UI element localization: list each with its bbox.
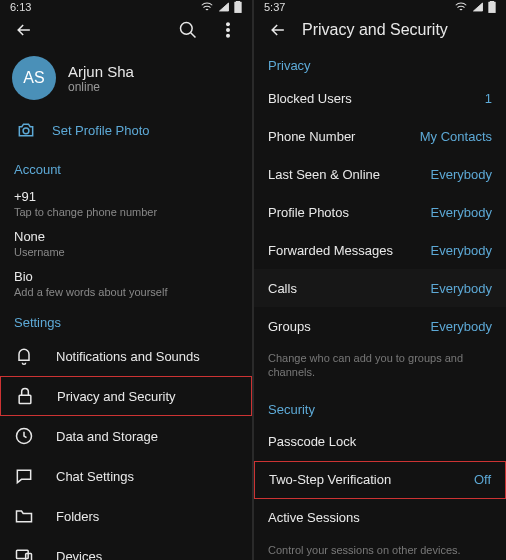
back-arrow-icon (14, 20, 34, 40)
section-settings: Settings (0, 303, 252, 336)
status-icons (454, 0, 496, 14)
top-bar (0, 14, 252, 46)
svg-point-3 (227, 23, 230, 26)
status-bar: 6:13 (0, 0, 252, 14)
devices-label: Devices (56, 549, 102, 561)
svg-point-4 (227, 29, 230, 32)
row-value: Everybody (431, 281, 492, 296)
data-storage-label: Data and Storage (56, 429, 158, 444)
search-button[interactable] (172, 14, 204, 46)
status-icons (200, 0, 242, 14)
avatar-initials: AS (23, 69, 44, 87)
section-privacy: Privacy (254, 46, 506, 79)
chat-settings-label: Chat Settings (56, 469, 134, 484)
folders-label: Folders (56, 509, 99, 524)
phone-hint: Tap to change phone number (14, 206, 157, 218)
notifications-label: Notifications and Sounds (56, 349, 200, 364)
row-value: Everybody (431, 205, 492, 220)
chat-icon (14, 466, 34, 486)
username: None (14, 229, 65, 244)
svg-rect-13 (491, 1, 494, 3)
section-account: Account (0, 150, 252, 183)
row-value: My Contacts (420, 129, 492, 144)
devices-row[interactable]: Devices (0, 536, 252, 560)
folder-icon (14, 506, 34, 526)
forwarded-messages-row[interactable]: Forwarded Messages Everybody (254, 231, 506, 269)
phone-number: +91 (14, 189, 157, 204)
search-icon (178, 20, 198, 40)
privacy-security-row[interactable]: Privacy and Security (0, 376, 252, 416)
screen-1: 6:13 AS Arjun Sha online Set Profile Pho… (0, 0, 252, 560)
username-row[interactable]: None Username (0, 223, 252, 263)
svg-rect-7 (19, 395, 31, 403)
phone-number-row[interactable]: +91 Tap to change phone number (0, 183, 252, 223)
row-label: Groups (268, 319, 311, 334)
row-label: Passcode Lock (268, 434, 356, 449)
row-value: Everybody (431, 319, 492, 334)
groups-row[interactable]: Groups Everybody (254, 307, 506, 345)
chat-settings-row[interactable]: Chat Settings (0, 456, 252, 496)
camera-icon (16, 120, 36, 140)
blocked-users-row[interactable]: Blocked Users 1 (254, 79, 506, 117)
phone-number-row[interactable]: Phone Number My Contacts (254, 117, 506, 155)
lock-icon (15, 386, 35, 406)
bio-row[interactable]: Bio Add a few words about yourself (0, 263, 252, 303)
bell-icon (14, 346, 34, 366)
signal-icon (472, 1, 484, 13)
time: 6:13 (10, 1, 31, 13)
time: 5:37 (264, 1, 285, 13)
wifi-icon (200, 0, 214, 14)
svg-rect-1 (237, 1, 240, 3)
two-step-row[interactable]: Two-Step Verification Off (254, 461, 506, 499)
row-label: Profile Photos (268, 205, 349, 220)
back-button[interactable] (8, 14, 40, 46)
more-icon (218, 20, 238, 40)
passcode-row[interactable]: Passcode Lock (254, 423, 506, 461)
username-hint: Username (14, 246, 65, 258)
data-storage-row[interactable]: Data and Storage (0, 416, 252, 456)
set-photo-label: Set Profile Photo (52, 123, 150, 138)
back-arrow-icon (268, 20, 288, 40)
row-label: Last Seen & Online (268, 167, 380, 182)
page-title: Privacy and Security (302, 21, 498, 39)
more-button[interactable] (212, 14, 244, 46)
storage-icon (14, 426, 34, 446)
notifications-row[interactable]: Notifications and Sounds (0, 336, 252, 376)
row-label: Forwarded Messages (268, 243, 393, 258)
signal-icon (218, 1, 230, 13)
section-security: Security (254, 390, 506, 423)
back-button[interactable] (262, 14, 294, 46)
folders-row[interactable]: Folders (0, 496, 252, 536)
profile-name: Arjun Sha (68, 63, 134, 80)
row-value: 1 (485, 91, 492, 106)
svg-rect-0 (235, 3, 241, 13)
row-label: Active Sessions (268, 510, 360, 525)
profile-status: online (68, 80, 134, 94)
row-label: Two-Step Verification (269, 472, 391, 487)
svg-point-2 (181, 23, 193, 35)
bio-hint: Add a few words about yourself (14, 286, 167, 298)
privacy-hint: Change who can add you to groups and cha… (254, 345, 506, 390)
devices-icon (14, 546, 34, 560)
avatar: AS (12, 56, 56, 100)
last-seen-row[interactable]: Last Seen & Online Everybody (254, 155, 506, 193)
row-label: Phone Number (268, 129, 355, 144)
privacy-label: Privacy and Security (57, 389, 176, 404)
security-hint: Control your sessions on other devices. (254, 537, 506, 560)
profile-photos-row[interactable]: Profile Photos Everybody (254, 193, 506, 231)
top-bar: Privacy and Security (254, 14, 506, 46)
svg-rect-9 (17, 550, 29, 558)
row-label: Blocked Users (268, 91, 352, 106)
row-value: Everybody (431, 243, 492, 258)
battery-icon (488, 1, 496, 13)
set-profile-photo[interactable]: Set Profile Photo (0, 110, 252, 150)
wifi-icon (454, 0, 468, 14)
row-value: Off (474, 472, 491, 487)
row-label: Calls (268, 281, 297, 296)
bio-label: Bio (14, 269, 167, 284)
active-sessions-row[interactable]: Active Sessions (254, 499, 506, 537)
calls-row[interactable]: Calls Everybody (254, 269, 506, 307)
svg-point-6 (23, 128, 29, 134)
svg-rect-12 (489, 3, 495, 13)
profile-block[interactable]: AS Arjun Sha online (0, 46, 252, 110)
